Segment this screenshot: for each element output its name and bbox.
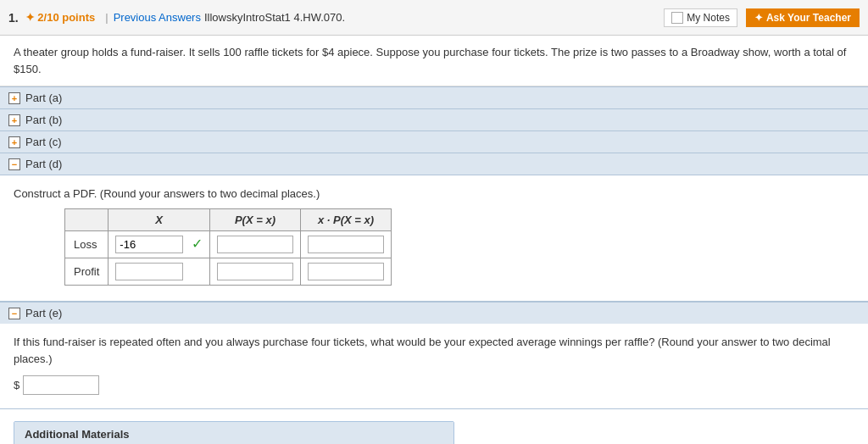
my-notes-button[interactable]: My Notes <box>664 8 737 27</box>
part-d-content: Construct a PDF. (Round your answers to … <box>0 175 868 302</box>
part-b-header[interactable]: + Part (b) <box>0 109 868 131</box>
ask-teacher-label: Ask Your Teacher <box>766 12 851 24</box>
profit-xpx-input[interactable] <box>308 263 384 280</box>
plus-icon: ✦ <box>25 11 35 24</box>
hw-code: IllowskyIntroStat1 4.HW.070. <box>204 11 345 24</box>
points-text: 2/10 points <box>37 11 95 24</box>
part-d-label: Part (d) <box>25 158 62 170</box>
loss-xpx-input[interactable] <box>308 236 384 253</box>
part-d-icon: − <box>8 158 20 170</box>
additional-materials-header: Additional Materials <box>14 422 453 444</box>
part-c-icon: + <box>8 136 20 148</box>
table-row-loss: Loss ✓ <box>65 231 392 258</box>
pdf-table-wrap: X P(X = x) x · P(X = x) Loss ✓ <box>64 208 854 286</box>
profit-px-input[interactable] <box>217 263 293 280</box>
pdf-table: X P(X = x) x · P(X = x) Loss ✓ <box>64 208 392 286</box>
checkbox-icon <box>671 12 683 24</box>
table-col-xpx: x · P(X = x) <box>300 209 391 231</box>
dollar-input-wrap: $ <box>14 375 854 395</box>
my-notes-label: My Notes <box>687 12 730 24</box>
part-c-label: Part (c) <box>25 136 62 148</box>
table-col-px: P(X = x) <box>209 209 300 231</box>
part-a-icon: + <box>8 92 20 104</box>
part-e-icon: − <box>8 308 20 319</box>
part-c-header[interactable]: + Part (c) <box>0 131 868 153</box>
problem-statement: A theater group holds a fund-raiser. It … <box>0 36 868 86</box>
table-col-x: X <box>108 209 210 231</box>
points-badge: ✦ 2/10 points <box>25 11 96 24</box>
loss-xpx-cell <box>300 231 391 258</box>
divider: | <box>105 11 108 24</box>
check-icon: ✓ <box>192 236 203 251</box>
part-a-header[interactable]: + Part (a) <box>0 86 868 109</box>
part-e-question: If this fund-raiser is repeated often an… <box>14 334 854 367</box>
question-number: 1. <box>8 11 19 25</box>
profit-x-cell <box>108 258 210 286</box>
profit-xpx-cell <box>300 258 391 286</box>
profit-label: Profit <box>65 258 108 286</box>
problem-text: A theater group holds a fund-raiser. It … <box>14 46 846 75</box>
loss-x-input[interactable] <box>115 236 183 253</box>
table-row-profit: Profit <box>65 258 392 286</box>
profit-x-input[interactable] <box>115 263 183 280</box>
previous-answers-link[interactable]: Previous Answers <box>114 11 201 24</box>
part-e-header[interactable]: − Part (e) <box>0 302 868 324</box>
loss-label: Loss <box>65 231 108 258</box>
additional-materials: Additional Materials Section 4.1 <box>14 421 454 444</box>
loss-px-input[interactable] <box>217 236 293 253</box>
part-b-icon: + <box>8 114 20 126</box>
loss-px-cell <box>209 231 300 258</box>
part-a-label: Part (a) <box>25 92 62 104</box>
part-e-label: Part (e) <box>25 307 62 319</box>
table-empty-header <box>65 209 108 231</box>
ask-teacher-button[interactable]: ✦ Ask Your Teacher <box>746 8 860 27</box>
part-d-instruction: Construct a PDF. (Round your answers to … <box>14 187 854 200</box>
expected-winnings-input[interactable] <box>23 375 99 395</box>
top-bar-right: My Notes ✦ Ask Your Teacher <box>664 8 860 27</box>
top-bar: 1. ✦ 2/10 points | Previous Answers Illo… <box>0 0 868 36</box>
dollar-sign: $ <box>14 379 19 391</box>
part-b-label: Part (b) <box>25 114 62 126</box>
part-d-header[interactable]: − Part (d) <box>0 153 868 175</box>
loss-x-cell: ✓ <box>108 231 210 258</box>
plus-icon-teacher: ✦ <box>754 12 763 24</box>
part-e-section: − Part (e) If this fund-raiser is repeat… <box>0 302 868 409</box>
part-e-content: If this fund-raiser is repeated often an… <box>0 324 868 408</box>
profit-px-cell <box>209 258 300 286</box>
